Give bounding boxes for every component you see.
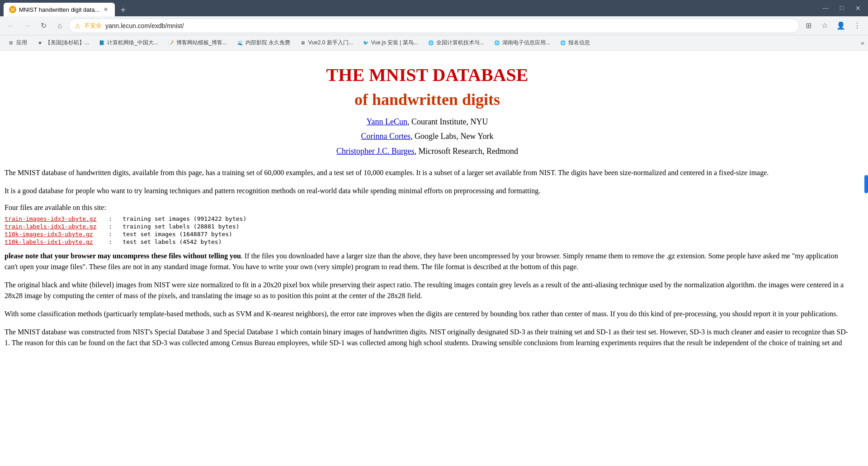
page-content: THE MNIST DATABASE of handwritten digits… xyxy=(0,51,868,466)
url-display: yann.lecun.com/exdb/mnist/ xyxy=(105,22,184,29)
apps-icon: ⊞ xyxy=(7,39,14,47)
bookmark-icon-6: 🐦 xyxy=(362,39,369,47)
home-button[interactable]: ⌂ xyxy=(52,19,67,33)
forward-button[interactable]: → xyxy=(20,19,34,33)
bookmark-network-label: 计算机网络_中国大... xyxy=(107,39,158,47)
author-1: Yann LeCun, Courant Institute, NYU xyxy=(5,114,850,129)
tab-close-button[interactable]: ✕ xyxy=(102,6,109,13)
address-bar[interactable]: ⚠ 不安全 yann.lecun.com/exdb/mnist/ xyxy=(69,19,799,33)
bookmark-apps[interactable]: ⊞ 应用 xyxy=(4,38,31,48)
author-christopher-link[interactable]: Christopher J.C. Burges xyxy=(336,147,415,156)
bookmark-hunan[interactable]: 🌐 湖南电子信息应用... xyxy=(490,38,554,48)
file-desc-1: : training set images (9912422 bytes) xyxy=(108,215,246,222)
bookmark-blog-label: 博客网站模板_博客... xyxy=(176,39,227,47)
author-1-suffix: , Courant Institute, NYU xyxy=(407,117,488,126)
bookmark-computer[interactable]: 🌐 全国计算机技术与... xyxy=(424,38,488,48)
intro-paragraph-1: The MNIST database of handwritten digits… xyxy=(5,167,850,178)
tab-favicon: M xyxy=(9,6,16,13)
author-3: Christopher J.C. Burges, Microsoft Resea… xyxy=(5,144,850,158)
bookmark-icon-7: 🌐 xyxy=(427,39,434,47)
author-2: Corinna Cortes, Google Labs, New York xyxy=(5,129,850,143)
bookmark-icon-2: 📘 xyxy=(98,39,105,47)
file-link-test-images[interactable]: t10k-images-idx3-ubyte.gz xyxy=(5,231,104,238)
bookmark-icon-4: 🌊 xyxy=(236,39,244,47)
bookmark-vue1[interactable]: 🖥 Vue2.0 新手入门... xyxy=(296,38,357,48)
files-table: train-images-idx3-ubyte.gz: training set… xyxy=(5,215,850,245)
intro-paragraph-2: It is a good database for people who wan… xyxy=(5,185,850,196)
title-bar: M MNIST handwritten digit data... ✕ + — … xyxy=(0,0,868,16)
menu-button[interactable]: ⋮ xyxy=(850,19,864,33)
bookmark-computer-label: 全国计算机技术与... xyxy=(436,39,484,47)
nav-right-controls: ⊞ ☆ 👤 ⋮ xyxy=(801,19,864,33)
bookmark-cinema-label: 内部影院 永久免费 xyxy=(245,39,290,47)
author-yann-link[interactable]: Yann LeCun xyxy=(366,117,407,126)
bookmark-icon-9: 🌐 xyxy=(559,39,566,47)
tab-title: MNIST handwritten digit data... xyxy=(19,6,99,13)
bookmark-register[interactable]: 🌐 报名信息 xyxy=(556,38,594,48)
paragraph-normalization: The original black and white (bilevel) i… xyxy=(5,280,850,301)
file-row-2: train-labels-idx1-ubyte.gz: training set… xyxy=(5,223,850,230)
tab-bar: M MNIST handwritten digit data... ✕ + xyxy=(4,0,129,16)
active-tab[interactable]: M MNIST handwritten digit data... ✕ xyxy=(4,3,115,16)
bookmark-network[interactable]: 📘 计算机网络_中国大... xyxy=(94,38,162,48)
bookmark-losangeles-label: 【美国|洛杉矶】... xyxy=(45,39,89,47)
bookmark-vue1-label: Vue2.0 新手入门... xyxy=(308,39,353,47)
bookmark-blog[interactable]: 📝 博客网站模板_博客... xyxy=(164,38,231,48)
file-desc-4: : test set labels (4542 bytes) xyxy=(108,238,222,245)
bookmark-icon-8: 🌐 xyxy=(493,39,500,47)
page-title-main: THE MNIST DATABASE xyxy=(5,64,850,86)
new-tab-button[interactable]: + xyxy=(117,4,129,16)
scrollbar[interactable] xyxy=(864,175,868,193)
window-controls: — □ ✕ xyxy=(819,4,864,13)
paragraph-classification: With some classification methods (partic… xyxy=(5,309,850,319)
authors-section: Yann LeCun, Courant Institute, NYU Corin… xyxy=(5,114,850,158)
maximize-button[interactable]: □ xyxy=(835,4,848,13)
back-button[interactable]: ← xyxy=(4,19,18,33)
profile-button[interactable]: 👤 xyxy=(834,19,848,33)
page-title-sub: of handwritten digits xyxy=(5,90,850,109)
nav-bar: ← → ↻ ⌂ ⚠ 不安全 yann.lecun.com/exdb/mnist/… xyxy=(0,16,868,35)
file-link-train-labels[interactable]: train-labels-idx1-ubyte.gz xyxy=(5,223,104,230)
note-bold-text: please note that your browser may uncomp… xyxy=(5,252,241,260)
bookmark-losangeles[interactable]: ★ 【美国|洛杉矶】... xyxy=(33,38,93,48)
file-row-3: t10k-images-idx3-ubyte.gz: test set imag… xyxy=(5,231,850,238)
file-row-1: train-images-idx3-ubyte.gz: training set… xyxy=(5,215,850,222)
bookmark-apps-label: 应用 xyxy=(16,39,27,47)
bookmark-vue2-label: Vue.js 安装 | 菜鸟... xyxy=(371,39,418,47)
bookmark-icon-5: 🖥 xyxy=(299,39,307,47)
file-link-test-labels[interactable]: t10k-labels-idx1-ubyte.gz xyxy=(5,238,104,245)
security-icon: ⚠ xyxy=(75,22,80,29)
bookmark-hunan-label: 湖南电子信息应用... xyxy=(502,39,550,47)
not-secure-label: 不安全 xyxy=(84,22,102,30)
file-row-4: t10k-labels-idx1-ubyte.gz: test set labe… xyxy=(5,238,850,245)
files-heading: Four files are available on this site: xyxy=(5,204,850,212)
bookmarks-more-button[interactable]: » xyxy=(861,39,864,47)
bookmarks-bar: ⊞ 应用 ★ 【美国|洛杉矶】... 📘 计算机网络_中国大... 📝 博客网站… xyxy=(0,35,868,51)
file-link-train-images[interactable]: train-images-idx3-ubyte.gz xyxy=(5,215,104,222)
bookmark-icon-3: 📝 xyxy=(167,39,175,47)
file-desc-3: : test set images (1648877 bytes) xyxy=(108,231,232,238)
author-2-suffix: , Google Labs, New York xyxy=(410,132,494,141)
author-corinna-link[interactable]: Corinna Cortes xyxy=(361,132,411,141)
file-desc-2: : training set labels (28881 bytes) xyxy=(108,223,240,230)
bookmark-button[interactable]: ☆ xyxy=(817,19,832,33)
refresh-button[interactable]: ↻ xyxy=(36,19,51,33)
minimize-button[interactable]: — xyxy=(819,4,832,13)
extensions-button[interactable]: ⊞ xyxy=(801,19,816,33)
bookmark-vue2[interactable]: 🐦 Vue.js 安装 | 菜鸟... xyxy=(359,38,422,48)
bookmark-cinema[interactable]: 🌊 内部影院 永久免费 xyxy=(233,38,294,48)
note-paragraph: please note that your browser may uncomp… xyxy=(5,251,850,272)
bookmark-register-label: 报名信息 xyxy=(568,39,590,47)
paragraph-construction: The MNIST database was constructed from … xyxy=(5,327,850,348)
bookmark-icon-1: ★ xyxy=(36,39,43,47)
author-3-suffix: , Microsoft Research, Redmond xyxy=(415,147,518,156)
browser-chrome: M MNIST handwritten digit data... ✕ + — … xyxy=(0,0,868,51)
close-button[interactable]: ✕ xyxy=(852,4,864,13)
